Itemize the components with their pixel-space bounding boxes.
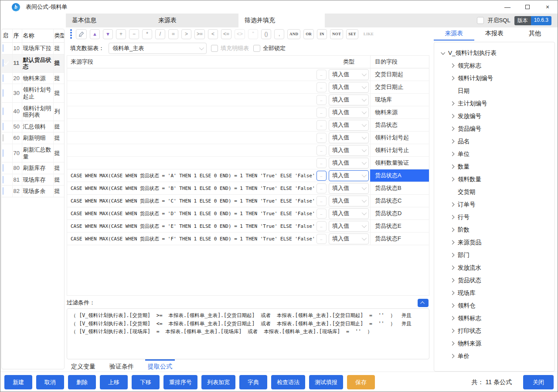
source-formula-cell[interactable]	[67, 157, 315, 169]
greater-operator-button[interactable]: >	[181, 29, 191, 39]
formula-row-30[interactable]: 30领料计划号起止提	[2, 84, 64, 102]
tab-基本信息[interactable]: 基本信息	[66, 14, 152, 27]
mapping-row[interactable]: CASE WHEN MAX(CASE WHEN 货品状态 = 'E' THEN …	[67, 220, 429, 233]
下移-button[interactable]: 下移	[132, 375, 160, 389]
open-editor-button[interactable]: ..	[316, 158, 327, 168]
tree-item-货品编号[interactable]: 货品编号	[434, 122, 555, 135]
target-field-cell[interactable]: 交货日期起	[370, 68, 429, 81]
formula-row-82[interactable]: 82现场多余提	[2, 186, 64, 197]
fill-type-select[interactable]: 填入值	[329, 196, 369, 206]
mapping-row[interactable]: ..填入值物料来源	[67, 106, 429, 119]
enabled-checkbox[interactable]	[3, 149, 3, 157]
enabled-checkbox[interactable]	[3, 176, 3, 183]
tree-item-领完标志[interactable]: 领完标志	[434, 59, 555, 72]
mapping-row[interactable]: ..填入值现场库	[67, 94, 429, 106]
mapping-row[interactable]: ..填入值交货日期起	[67, 68, 429, 81]
tree-item-发放编号[interactable]: 发放编号	[434, 110, 555, 122]
source-formula-cell[interactable]: CASE WHEN MAX(CASE WHEN 货品状态 = 'C' THEN …	[67, 195, 315, 207]
tree-item-领料标志[interactable]: 领料标志	[434, 312, 555, 324]
quote-operator-button[interactable]: "	[248, 29, 258, 39]
target-field-cell[interactable]: 货品状态E	[370, 220, 429, 232]
tree-item-现场库[interactable]: 现场库	[434, 287, 555, 299]
open-editor-button[interactable]: ..	[316, 95, 327, 105]
source-formula-cell[interactable]	[67, 81, 315, 93]
fill-type-select[interactable]: 填入值	[329, 170, 369, 181]
source-formula-cell[interactable]: CASE WHEN MAX(CASE WHEN 货品状态 = 'D' THEN …	[67, 207, 315, 220]
formula-row-10[interactable]: 10现场库下拉提	[2, 43, 64, 54]
mapping-row[interactable]: ..填入值领料计划号止	[67, 144, 429, 157]
fill-type-select[interactable]: 填入值	[329, 82, 369, 93]
less-operator-button[interactable]: <	[208, 29, 218, 39]
move-up-operator-button[interactable]: ▲	[90, 29, 100, 39]
close-button[interactable]: 关闭	[523, 375, 554, 389]
open-editor-button[interactable]: ..	[316, 133, 327, 143]
less-equal-operator-button[interactable]: <=	[221, 29, 231, 39]
tab-筛选并填充[interactable]: 筛选并填充	[238, 14, 325, 27]
open-editor-button[interactable]: ..	[316, 196, 327, 206]
tree-item-来源货品[interactable]: 来源货品	[434, 236, 555, 249]
source-formula-cell[interactable]: CASE WHEN MAX(CASE WHEN 货品状态 = 'F' THEN …	[67, 233, 315, 245]
source-formula-cell[interactable]: CASE WHEN MAX(CASE WHEN 货品状态 = 'E' THEN …	[67, 220, 315, 232]
tree-item-行号[interactable]: 行号	[434, 211, 555, 223]
tree-item-主计划编号[interactable]: 主计划编号	[434, 97, 555, 110]
source-formula-cell[interactable]	[67, 94, 315, 106]
target-field-cell[interactable]: 领料计划号止	[370, 144, 429, 156]
plus-operator-button[interactable]: +	[116, 29, 126, 39]
enabled-checkbox[interactable]	[3, 134, 3, 142]
mapping-row[interactable]: ..填入值交货日期止	[67, 81, 429, 94]
formula-row-20[interactable]: 20物料来源提	[2, 72, 64, 84]
fill-type-select[interactable]: 填入值	[329, 233, 369, 244]
enabled-checkbox[interactable]	[3, 59, 3, 67]
target-field-cell[interactable]: 领料计划号起	[370, 132, 429, 144]
source-formula-cell[interactable]	[67, 106, 315, 118]
fill-type-select[interactable]: 填入值	[329, 158, 369, 169]
tree-item-品名[interactable]: 品名	[434, 135, 555, 148]
tree-item-阶数[interactable]: 阶数	[434, 223, 555, 236]
target-field-cell[interactable]: 领料数量验证	[370, 157, 429, 169]
测试填报-button[interactable]: 测试填报	[309, 375, 343, 389]
mapping-row[interactable]: CASE WHEN MAX(CASE WHEN 货品状态 = 'C' THEN …	[67, 195, 429, 207]
字典-button[interactable]: 字典	[239, 375, 267, 389]
lock-all-checkbox[interactable]	[253, 45, 260, 52]
maximize-icon[interactable]	[517, 0, 538, 14]
not-equal-operator-button[interactable]: <>	[235, 29, 245, 39]
minimize-icon[interactable]: —	[497, 0, 517, 14]
source-formula-cell[interactable]	[67, 68, 315, 81]
enabled-checkbox[interactable]	[3, 89, 3, 97]
parens-operator-button[interactable]: ()	[261, 29, 271, 39]
enabled-checkbox[interactable]	[3, 123, 3, 130]
新建-button[interactable]: 新建	[4, 375, 32, 389]
enable-sql-checkbox[interactable]	[477, 17, 484, 24]
fill-type-select[interactable]: 填入值	[329, 183, 369, 194]
target-field-cell[interactable]: 货品状态	[370, 119, 429, 131]
tree-item-打印状态[interactable]: 打印状态	[434, 324, 555, 337]
formula-row-11[interactable]: 11默认货品状态提	[2, 54, 64, 72]
in-keyword-button[interactable]: IN	[317, 29, 327, 39]
tree-item-领料仓[interactable]: 领料仓	[434, 299, 555, 312]
formula-row-70[interactable]: 70刷新汇总数量提	[2, 144, 64, 162]
open-editor-button[interactable]: ..	[316, 108, 327, 118]
tree-item-领料计划编号[interactable]: 领料计划编号	[434, 72, 555, 84]
source-formula-cell[interactable]	[67, 119, 315, 131]
tab-提取公式[interactable]: 提取公式	[148, 362, 172, 372]
tree-item-领料数量[interactable]: 领料数量	[434, 173, 555, 186]
tree-item-数量[interactable]: 数量	[434, 160, 555, 173]
like-keyword-button[interactable]: LIKE	[361, 29, 376, 39]
tree-item-单价[interactable]: 单价	[434, 350, 555, 362]
mapping-row[interactable]: ..填入值领料计划号起	[67, 132, 429, 144]
检查语法-button[interactable]: 检查语法	[271, 375, 305, 389]
tree-item-物料来源[interactable]: 物料来源	[434, 337, 555, 350]
open-editor-button[interactable]: ..	[316, 221, 327, 231]
保存-button[interactable]: 保存	[347, 375, 375, 389]
取消-button[interactable]: 取消	[36, 375, 64, 389]
target-field-cell[interactable]: 物料来源	[370, 106, 429, 118]
divide-operator-button[interactable]: /	[155, 29, 165, 39]
source-formula-cell[interactable]: CASE WHEN MAX(CASE WHEN 货品状态 = 'B' THEN …	[67, 182, 315, 194]
and-keyword-button[interactable]: AND	[287, 29, 300, 39]
enabled-checkbox[interactable]	[3, 44, 3, 52]
mapping-row[interactable]: CASE WHEN MAX(CASE WHEN 货品状态 = 'D' THEN …	[67, 207, 429, 220]
fill-type-select[interactable]: 填入值	[329, 95, 369, 105]
source-formula-cell[interactable]	[67, 144, 315, 156]
fill-type-select[interactable]: 填入值	[329, 221, 369, 232]
enabled-checkbox[interactable]	[3, 74, 3, 82]
